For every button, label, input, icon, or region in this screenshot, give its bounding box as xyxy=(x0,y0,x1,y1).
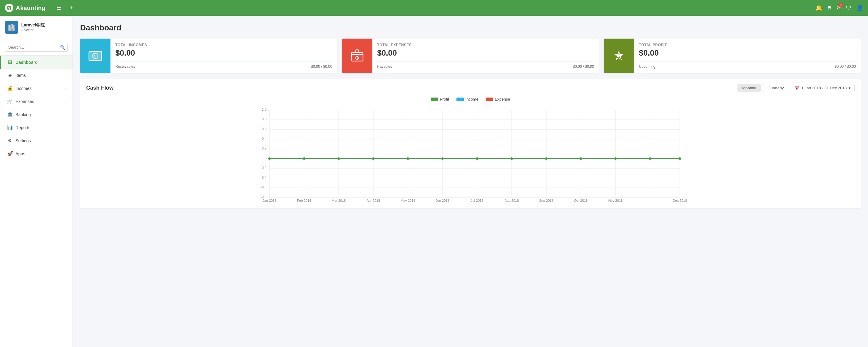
apps-label: Apps xyxy=(16,151,25,156)
svg-text:1.0: 1.0 xyxy=(262,108,267,111)
chart-controls: Monthly Quarterly 📅 1 Jan 2018 - 31 Dec … xyxy=(738,84,855,92)
svg-point-44 xyxy=(268,157,271,160)
svg-text:$: $ xyxy=(94,54,96,58)
navbar-right: 🔔 ⚑ ⟳ 3 🛡 👤 xyxy=(815,5,863,11)
incomes-icon: 💰 xyxy=(7,85,12,91)
svg-text:-0.8: -0.8 xyxy=(261,195,267,199)
svg-point-47 xyxy=(372,157,374,160)
company-info: Laravel学院 Switch xyxy=(21,23,68,32)
svg-point-53 xyxy=(580,157,582,160)
date-range-button[interactable]: 📅 1 Jan 2018 - 31 Dec 2018 ▾ xyxy=(790,84,855,92)
svg-text:Dec 2018: Dec 2018 xyxy=(673,199,687,202)
svg-text:-0.2: -0.2 xyxy=(261,166,267,170)
svg-text:Sep 2018: Sep 2018 xyxy=(539,199,553,202)
user-account-icon[interactable]: 👤 xyxy=(857,5,863,11)
quarterly-button[interactable]: Quarterly xyxy=(763,84,788,92)
svg-point-52 xyxy=(545,157,548,160)
cashflow-card: Cash Flow Monthly Quarterly 📅 1 Jan 2018… xyxy=(80,79,861,208)
dropdown-arrow: ▾ xyxy=(848,86,851,90)
profit-label: TOTAL PROFIT xyxy=(639,43,856,47)
expenses-icon: 🛒 xyxy=(7,98,12,104)
svg-text:0.8: 0.8 xyxy=(262,117,267,121)
expense-label: TOTAL EXPENSES xyxy=(377,43,594,47)
sidebar-item-reports[interactable]: 📊 Reports ‹ xyxy=(0,121,72,134)
chart-area: 1.0 0.8 0.6 0.4 0.2 0 -0.2 -0.4 -0.6 -0.… xyxy=(86,105,855,204)
sidebar-item-apps[interactable]: 🚀 Apps xyxy=(0,147,72,160)
profit-upcoming-value: $0.00 / $0.00 xyxy=(835,64,856,69)
monthly-button[interactable]: Monthly xyxy=(738,84,761,92)
legend-expense: Expense xyxy=(486,97,510,102)
svg-text:Apr 2018: Apr 2018 xyxy=(367,199,380,202)
user-shield-icon[interactable]: 🛡 xyxy=(846,5,851,11)
company-avatar: 🏢 xyxy=(5,21,18,34)
svg-point-56 xyxy=(679,157,681,160)
expense-color-swatch xyxy=(486,97,493,101)
svg-text:Jun 2018: Jun 2018 xyxy=(436,199,449,202)
reports-chevron: ‹ xyxy=(65,126,66,129)
legend-profit: Profit xyxy=(431,97,449,102)
chart-header: Cash Flow Monthly Quarterly 📅 1 Jan 2018… xyxy=(86,84,855,92)
profit-card: ♥ TOTAL PROFIT $0.00 Upcoming $0.00 / $0… xyxy=(603,38,861,73)
apps-icon: 🚀 xyxy=(7,151,12,156)
banking-chevron: ‹ xyxy=(65,113,66,116)
reports-icon: 📊 xyxy=(7,124,12,131)
sidebar-item-expenses[interactable]: 🛒 Expenses ‹ xyxy=(0,95,72,108)
settings-label: Settings xyxy=(16,138,31,143)
chart-title: Cash Flow xyxy=(86,85,114,91)
date-range-label: 1 Jan 2018 - 31 Dec 2018 xyxy=(801,86,847,90)
svg-text:0.4: 0.4 xyxy=(262,137,267,140)
svg-text:Mar 2018: Mar 2018 xyxy=(332,199,346,202)
top-navbar: Q Akaunting ☰ + 🔔 ⚑ ⟳ 3 🛡 👤 xyxy=(0,0,868,16)
profit-color-swatch xyxy=(431,97,438,101)
expenses-label: Expenses xyxy=(16,99,34,104)
svg-text:0: 0 xyxy=(265,156,267,160)
profit-upcoming-label: Upcoming xyxy=(639,64,655,69)
profit-amount: $0.00 xyxy=(639,48,856,61)
sidebar-item-incomes[interactable]: 💰 Incomes ‹ xyxy=(0,82,72,95)
sidebar: 🏢 Laravel学院 Switch 🔍 ⊞ Dashboard ◈ Items xyxy=(0,16,73,347)
items-icon: ◈ xyxy=(7,72,12,78)
search-icon-button[interactable]: 🔍 xyxy=(60,45,65,50)
profit-sub: Upcoming $0.00 / $0.00 xyxy=(639,64,856,69)
svg-point-46 xyxy=(338,157,340,160)
app-name: Akaunting xyxy=(16,5,45,11)
svg-text:♥: ♥ xyxy=(616,53,620,59)
switch-button[interactable]: Switch xyxy=(21,28,68,32)
search-section: 🔍 xyxy=(0,39,72,56)
income-legend-label: Income xyxy=(466,97,478,102)
refresh-icon[interactable]: ⟳ 3 xyxy=(837,5,841,11)
income-icon-box: $ xyxy=(80,38,111,73)
add-button[interactable]: + xyxy=(67,4,75,12)
svg-point-49 xyxy=(441,157,444,160)
search-input[interactable] xyxy=(5,43,68,52)
svg-text:Jul 2018: Jul 2018 xyxy=(471,199,484,202)
dashboard-label: Dashboard xyxy=(16,60,38,65)
incomes-chevron: ‹ xyxy=(65,87,66,90)
income-amount: $0.00 xyxy=(115,48,332,61)
flag-icon[interactable]: ⚑ xyxy=(827,5,832,11)
company-section: 🏢 Laravel学院 Switch xyxy=(0,16,72,39)
svg-point-45 xyxy=(303,157,305,160)
app-brand: Q Akaunting xyxy=(5,4,45,12)
hamburger-button[interactable]: ☰ xyxy=(54,3,64,12)
cash-flow-svg: 1.0 0.8 0.6 0.4 0.2 0 -0.2 -0.4 -0.6 -0.… xyxy=(86,105,855,202)
refresh-badge: 3 xyxy=(838,3,843,8)
sidebar-item-dashboard[interactable]: ⊞ Dashboard xyxy=(0,56,72,69)
settings-icon: ⚙ xyxy=(7,138,12,143)
company-name: Laravel学院 xyxy=(21,23,68,28)
expense-legend-label: Expense xyxy=(495,97,510,102)
expense-payables-value: $0.00 / $0.00 xyxy=(573,64,594,69)
sidebar-item-banking[interactable]: 🏦 Banking ‹ xyxy=(0,108,72,121)
dashboard-icon: ⊞ xyxy=(7,59,12,65)
income-card: $ TOTAL INCOMES $0.00 Receivables $0.00 … xyxy=(80,38,337,73)
reports-label: Reports xyxy=(16,125,30,130)
svg-point-51 xyxy=(510,157,513,160)
sidebar-item-settings[interactable]: ⚙ Settings ‹ xyxy=(0,134,72,147)
income-receivables-value: $0.00 / $0.00 xyxy=(311,64,332,69)
income-card-content: TOTAL INCOMES $0.00 Receivables $0.00 / … xyxy=(111,38,337,73)
svg-text:-0.6: -0.6 xyxy=(261,185,267,189)
profit-card-content: TOTAL PROFIT $0.00 Upcoming $0.00 / $0.0… xyxy=(634,38,861,73)
svg-text:0.2: 0.2 xyxy=(262,146,267,150)
sidebar-item-items[interactable]: ◈ Items xyxy=(0,69,72,82)
notifications-icon[interactable]: 🔔 xyxy=(815,5,822,11)
